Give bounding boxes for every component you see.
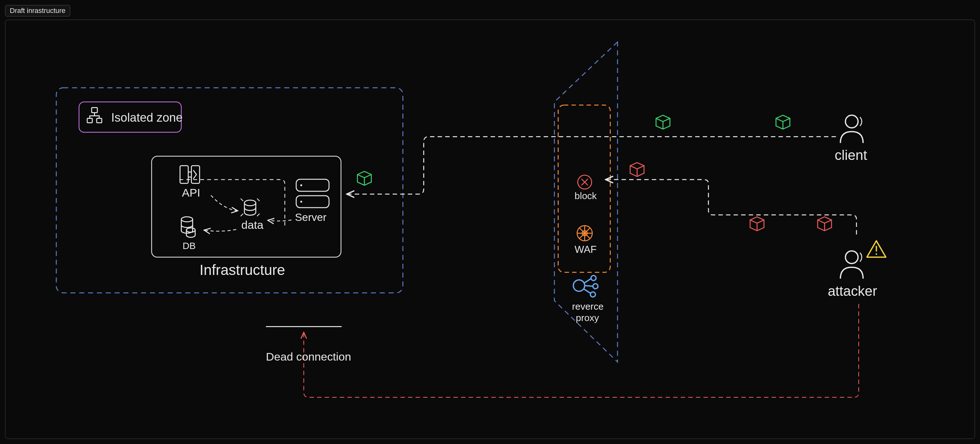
network-icon — [87, 108, 102, 123]
diagram-svg: Isolated zone API data — [5, 20, 975, 439]
waf-node: WAF — [575, 226, 597, 255]
db-node: DB — [181, 217, 196, 251]
api-node: API — [180, 166, 200, 199]
dead-connection-label: Dead connection — [266, 350, 351, 363]
reverse-proxy-label-2: proxy — [576, 312, 599, 323]
svg-point-8 — [186, 228, 195, 232]
svg-point-20 — [845, 115, 858, 128]
packet-green-2 — [656, 115, 670, 129]
attacker-label: attacker — [827, 283, 877, 299]
svg-point-12 — [300, 201, 302, 203]
warning-icon — [867, 241, 886, 257]
person-icon — [840, 115, 863, 143]
infrastructure-title: Infrastructure — [199, 262, 285, 278]
tab-draft-infrastructure[interactable]: Draft inrastructure — [5, 5, 70, 16]
diagram-canvas[interactable]: Isolated zone API data — [5, 20, 975, 439]
client-label: client — [835, 147, 867, 163]
svg-point-6 — [244, 200, 256, 206]
attacker-node: attacker — [827, 241, 886, 299]
svg-point-7 — [181, 217, 192, 222]
svg-point-19 — [590, 292, 596, 297]
attacker-to-proxy-line — [605, 179, 856, 235]
svg-point-23 — [876, 253, 877, 255]
arrow-server-to-data — [268, 220, 291, 221]
api-icon — [180, 166, 199, 183]
packet-green-1 — [358, 171, 371, 185]
isolated-zone-badge: Isolated zone — [79, 102, 183, 132]
server-label: Server — [295, 211, 326, 223]
waf-icon — [577, 226, 592, 241]
reverse-proxy-node: reverce proxy — [572, 276, 604, 323]
client-node: client — [835, 115, 867, 163]
data-node: data — [240, 198, 263, 232]
svg-point-16 — [573, 280, 585, 291]
svg-rect-1 — [92, 108, 97, 113]
packet-red-2 — [750, 217, 764, 231]
person-icon — [840, 251, 863, 279]
packet-green-3 — [776, 115, 790, 129]
isolated-zone-label: Isolated zone — [111, 111, 183, 124]
svg-rect-3 — [97, 119, 102, 123]
packet-red-3 — [818, 217, 831, 231]
data-label: data — [241, 218, 263, 232]
api-label: API — [182, 186, 200, 199]
arrow-api-to-data — [211, 195, 238, 211]
reverse-proxy-label-1: reverce — [572, 301, 604, 312]
server-node: Server — [295, 179, 329, 223]
db-icon — [181, 217, 195, 237]
reverse-proxy-icon — [573, 276, 598, 297]
svg-point-17 — [591, 276, 596, 281]
db-label: DB — [182, 241, 196, 251]
svg-point-21 — [845, 251, 858, 263]
block-label: block — [575, 190, 597, 201]
arrow-data-to-db — [204, 230, 236, 232]
waf-label: WAF — [575, 244, 597, 255]
tab-label: Draft inrastructure — [10, 6, 65, 14]
client-to-proxy-line — [347, 136, 836, 194]
data-icon — [240, 198, 259, 216]
svg-point-10 — [300, 184, 302, 186]
svg-point-18 — [593, 284, 598, 289]
block-node: block — [575, 175, 597, 201]
svg-rect-2 — [87, 119, 92, 123]
packet-red-1 — [630, 162, 644, 176]
svg-rect-4 — [180, 166, 188, 183]
svg-rect-5 — [191, 166, 199, 183]
